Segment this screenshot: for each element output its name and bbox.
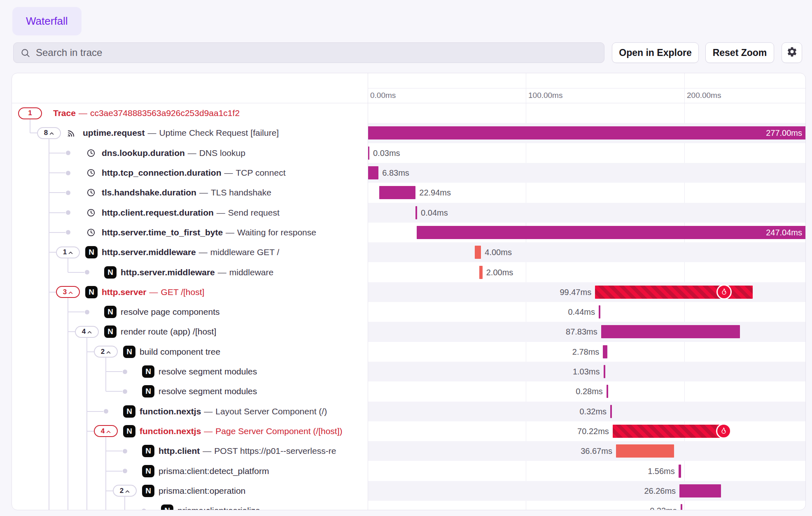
span-bar[interactable] — [475, 246, 481, 259]
trace-row[interactable]: 3Nhttp.server—GET /[host]99.47ms — [12, 282, 806, 302]
trace-row[interactable]: 2Nbuild component tree2.78ms — [12, 342, 806, 362]
expand-collapse-badge[interactable]: 4 — [75, 326, 99, 338]
badge-count: 1 — [28, 109, 32, 117]
trace-row[interactable]: 4Nfunction.nextjs—Page Server Component … — [12, 421, 806, 441]
span-detail: middleware — [229, 267, 273, 277]
error-flame-icon[interactable] — [716, 423, 731, 439]
trace-row[interactable]: 8uptime.request—Uptime Check Request [fa… — [12, 123, 806, 143]
tree-node-dot — [66, 230, 70, 235]
nextjs-icon: N — [123, 405, 135, 418]
tree-node-dot — [85, 310, 89, 314]
span-bar[interactable] — [417, 226, 806, 239]
tab-waterfall[interactable]: Waterfall — [12, 7, 82, 35]
trace-row[interactable]: Nresolve segment modules1.03ms — [12, 362, 806, 381]
badge-count: 4 — [101, 427, 105, 435]
expand-collapse-badge[interactable]: 2 — [94, 346, 118, 358]
expand-collapse-badge[interactable]: 1 — [18, 107, 42, 119]
span-bar[interactable] — [616, 444, 674, 458]
badge-count: 8 — [44, 129, 48, 137]
span-description: function.nextjs—Layout Server Component … — [140, 405, 327, 418]
search-input[interactable] — [14, 43, 604, 63]
span-op-name: function.nextjs — [140, 407, 201, 416]
settings-button[interactable] — [782, 42, 802, 63]
trace-row[interactable]: http.tcp_connection.duration—TCP connect… — [12, 163, 806, 183]
separator: — — [147, 287, 161, 297]
span-description: http.server.time_to_first_byte—Waiting f… — [102, 226, 316, 239]
span-op-name: resolve page components — [121, 307, 220, 316]
span-bar[interactable] — [368, 126, 806, 139]
span-bar[interactable] — [599, 305, 600, 318]
open-in-explore-button[interactable]: Open in Explore — [612, 42, 699, 63]
trace-row[interactable]: 1Nhttp.server.middleware—middleware GET … — [12, 242, 806, 262]
reset-zoom-button[interactable]: Reset Zoom — [705, 42, 774, 63]
span-detail: TCP connect — [236, 168, 285, 177]
trace-row[interactable]: http.client.request.duration—Send reques… — [12, 203, 806, 223]
tree-connector-line — [49, 252, 56, 253]
nextjs-icon: N — [104, 266, 117, 279]
span-bar[interactable] — [603, 345, 607, 358]
tree-node-dot — [66, 171, 70, 175]
expand-collapse-badge[interactable]: 8 — [37, 127, 61, 139]
expand-collapse-badge[interactable]: 4 — [94, 425, 118, 437]
trace-row[interactable]: Nprisma:client:serialize0.23ms — [12, 501, 806, 510]
span-bar[interactable] — [601, 325, 740, 338]
tree-connector-line — [106, 451, 122, 451]
span-description: http.client—POST https://p01--serverless… — [159, 445, 336, 457]
span-detail: GET /[host] — [161, 287, 205, 297]
span-description: build component tree — [140, 346, 220, 358]
span-bar[interactable] — [604, 365, 605, 378]
trace-row[interactable]: Nprisma:client:detect_platform1.56ms — [12, 461, 806, 481]
trace-row[interactable]: Nfunction.nextjs—Layout Server Component… — [12, 402, 806, 421]
span-bar[interactable] — [415, 206, 417, 219]
trace-row[interactable]: Nresolve segment modules0.28ms — [12, 381, 806, 401]
trace-row[interactable]: 4Nrender route (app) /[host]87.83ms — [12, 322, 806, 342]
trace-row[interactable]: 1Trace—cc3ae3748883563a926c253d9aa1c1f2 — [12, 103, 806, 123]
tree-trunk-line — [105, 358, 106, 392]
expand-collapse-badge[interactable]: 3 — [56, 286, 80, 298]
chevron-up-icon — [87, 328, 92, 336]
separator: — — [76, 108, 90, 118]
error-flame-icon[interactable] — [716, 284, 732, 300]
separator: — — [214, 208, 228, 217]
tree-connector-line — [106, 371, 122, 372]
span-op-name: http.tcp_connection.duration — [102, 168, 221, 177]
tree-node-dot — [123, 449, 127, 453]
tree-connector-line — [49, 153, 65, 153]
trace-row[interactable]: Nhttp.server.middleware—middleware2.00ms — [12, 262, 806, 282]
span-bar[interactable] — [607, 385, 608, 398]
span-op-name: Trace — [53, 108, 76, 118]
span-bar[interactable] — [613, 425, 724, 438]
span-op-name: http.server.middleware — [102, 247, 196, 257]
trace-row[interactable]: Nhttp.client—POST https://p01--serverles… — [12, 441, 806, 461]
tree-trunk-line — [105, 437, 106, 510]
separator: — — [196, 247, 210, 257]
trace-row[interactable]: Nresolve page components0.44ms — [12, 302, 806, 322]
span-bar[interactable] — [679, 484, 721, 497]
span-duration-label: 4.00ms — [485, 246, 512, 259]
separator: — — [196, 188, 211, 197]
span-bar[interactable] — [379, 186, 415, 199]
trace-row[interactable]: dns.lookup.duration—DNS lookup0.03ms — [12, 143, 806, 163]
tree-timeline-divider[interactable] — [368, 73, 368, 510]
span-bar[interactable] — [610, 405, 612, 418]
span-bar[interactable] — [679, 465, 681, 478]
span-bar[interactable] — [368, 166, 378, 179]
expand-collapse-badge[interactable]: 1 — [56, 246, 80, 258]
badge-count: 1 — [63, 248, 67, 256]
tree-node-dot — [66, 151, 70, 155]
span-op-name: build component tree — [140, 347, 220, 356]
trace-row[interactable]: 2Nprisma:client:operation26.26ms — [12, 481, 806, 501]
expand-collapse-badge[interactable]: 2 — [113, 485, 137, 497]
trace-row[interactable]: tls.handshake.duration—TLS handshake22.9… — [12, 183, 806, 202]
row-stripe — [368, 242, 806, 262]
nextjs-icon: N — [142, 385, 154, 397]
span-bar[interactable] — [479, 266, 483, 279]
span-description: prisma:client:detect_platform — [159, 465, 269, 477]
span-op-name: http.client.request.duration — [102, 208, 214, 217]
span-bar[interactable] — [681, 504, 682, 510]
trace-row[interactable]: http.server.time_to_first_byte—Waiting f… — [12, 223, 806, 242]
row-stripe — [368, 481, 806, 501]
span-description: http.server—GET /[host] — [102, 286, 204, 298]
span-duration-label: 247.04ms — [766, 226, 802, 239]
span-duration-label: 2.00ms — [486, 266, 513, 279]
